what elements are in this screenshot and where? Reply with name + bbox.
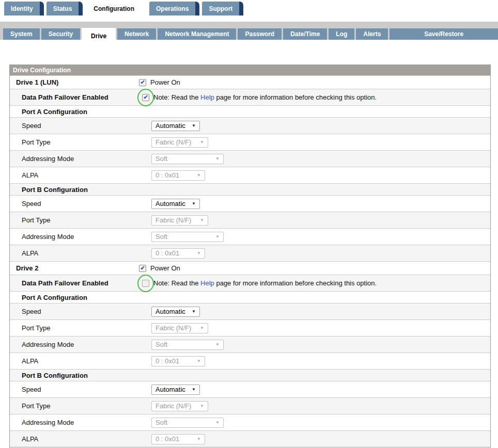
table-row: ALPA0 : 0x01▼ — [10, 167, 490, 183]
control-label: ALPA — [10, 171, 135, 179]
subtab-system[interactable]: System — [3, 28, 40, 40]
addressing-mode-select[interactable]: Soft▼ — [151, 232, 224, 242]
power-on-checkbox[interactable]: ✔ — [139, 79, 146, 86]
tab-operations[interactable]: Operations — [149, 2, 195, 15]
select-value: 0 : 0x01 — [155, 357, 179, 365]
select-value: Soft — [155, 419, 167, 426]
select-value: Soft — [155, 233, 167, 241]
subtab-alerts[interactable]: Alerts — [356, 28, 388, 40]
subtab-label: Alerts — [363, 30, 381, 38]
table-row: Addressing ModeSoft▼ — [10, 414, 490, 430]
select-value: Fabric (N/F) — [155, 138, 191, 146]
drive-name-label: Drive 1 (LUN) — [10, 78, 135, 86]
table-row: Port TypeFabric (N/F)▼ — [10, 397, 490, 414]
table-row: Addressing ModeSoft▼ — [10, 336, 490, 353]
subtab-network[interactable]: Network — [117, 28, 156, 40]
table-row: Addressing ModeSoft▼ — [10, 228, 490, 245]
table-row: SpeedAutomatic▼ — [10, 195, 490, 212]
help-link[interactable]: Help — [200, 93, 214, 101]
select-value: Fabric (N/F) — [155, 216, 191, 224]
subtab-security[interactable]: Security — [41, 28, 80, 40]
addressing-mode-select[interactable]: Soft▼ — [151, 340, 224, 350]
data-path-failover-checkbox[interactable] — [142, 280, 149, 287]
highlight-circle: ✔ — [142, 94, 149, 101]
table-row: Port TypeFabric (N/F)▼ — [10, 134, 490, 150]
subtab-password[interactable]: Password — [238, 28, 282, 40]
power-on-checkbox[interactable]: ✔ — [139, 265, 146, 272]
help-link[interactable]: Help — [200, 279, 214, 287]
addressing-mode-select[interactable]: Soft▼ — [151, 418, 224, 428]
control-label: ALPA — [10, 357, 135, 365]
control-label: Addressing Mode — [10, 341, 135, 348]
chevron-down-icon: ▼ — [200, 140, 204, 145]
row-content: 0 : 0x01▼ — [135, 170, 490, 181]
row-content: Note: Read the Help page for more inform… — [135, 279, 490, 287]
row-content: 0 : 0x01▼ — [135, 356, 490, 366]
chevron-down-icon: ▼ — [192, 202, 196, 206]
table-row: Addressing ModeSoft▼ — [10, 150, 490, 167]
data-path-failover-checkbox[interactable]: ✔ — [142, 94, 149, 101]
subtab-drive[interactable]: Drive — [82, 28, 116, 44]
port-type-select[interactable]: Fabric (N/F)▼ — [151, 323, 208, 333]
port-type-select[interactable]: Fabric (N/F)▼ — [151, 137, 208, 148]
subtab-label: Network Management — [165, 30, 229, 38]
select-value: Soft — [155, 155, 167, 163]
table-row: Port TypeFabric (N/F)▼ — [10, 212, 490, 228]
select-value: Automatic — [155, 200, 185, 207]
alpa-select[interactable]: 0 : 0x01▼ — [151, 356, 205, 366]
subtab-date-time[interactable]: Date/Time — [283, 28, 327, 40]
chevron-down-icon: ▼ — [200, 326, 204, 330]
tab-label: Identity — [11, 5, 33, 12]
subtab-label: Date/Time — [290, 30, 320, 38]
select-value: 0 : 0x01 — [155, 435, 179, 443]
table-body: Drive 1 (LUN)✔Power OnData Path Failover… — [10, 75, 490, 447]
note-suffix: page for more information before checkin… — [214, 279, 377, 287]
alpa-select[interactable]: 0 : 0x01▼ — [151, 170, 205, 181]
table-row: Drive 2✔Power On — [10, 261, 490, 275]
chevron-down-icon: ▼ — [200, 218, 204, 222]
tab-support[interactable]: Support — [202, 2, 239, 15]
table-title: Drive Configuration — [10, 65, 490, 75]
row-content: Soft▼ — [135, 232, 490, 242]
tab-label: Configuration — [94, 5, 134, 12]
subtab-label: Log — [336, 30, 347, 38]
control-label: Speed — [10, 308, 135, 315]
table-row: Port A Configuration — [10, 291, 490, 303]
power-on-label: Power On — [150, 264, 180, 272]
port-section-header: Port A Configuration — [10, 294, 135, 301]
tab-configuration[interactable]: Configuration — [85, 2, 143, 15]
speed-select[interactable]: Automatic▼ — [151, 121, 200, 131]
row-content: Automatic▼ — [135, 199, 490, 209]
tab-identity[interactable]: Identity — [4, 2, 40, 15]
row-content: Fabric (N/F)▼ — [135, 401, 490, 411]
note-suffix: page for more information before checkin… — [214, 93, 377, 101]
chevron-down-icon: ▼ — [197, 359, 201, 363]
row-content: ✔Power On — [135, 78, 490, 86]
chevron-down-icon: ▼ — [215, 421, 220, 425]
tab-status[interactable]: Status — [46, 2, 79, 15]
alpa-select[interactable]: 0 : 0x01▼ — [151, 248, 205, 259]
sub-tab-band: SystemSecurityDriveNetworkNetwork Manage… — [0, 22, 498, 40]
alpa-select[interactable]: 0 : 0x01▼ — [151, 434, 205, 444]
row-content: Automatic▼ — [135, 385, 490, 395]
port-type-select[interactable]: Fabric (N/F)▼ — [151, 215, 208, 226]
select-value: Fabric (N/F) — [155, 324, 191, 332]
control-label: Speed — [10, 200, 135, 207]
power-on-label: Power On — [150, 78, 180, 86]
subtab-network-management[interactable]: Network Management — [158, 28, 236, 40]
speed-select[interactable]: Automatic▼ — [151, 307, 200, 317]
failover-label: Data Path Failover Enabled — [10, 279, 135, 287]
subtab-save-restore[interactable]: Save/Restore — [390, 28, 498, 40]
note-prefix: Note: Read the — [153, 279, 200, 287]
table-row: Port TypeFabric (N/F)▼ — [10, 319, 490, 336]
row-content: Soft▼ — [135, 154, 490, 164]
select-value: 0 : 0x01 — [155, 171, 179, 179]
subtab-log[interactable]: Log — [329, 28, 354, 40]
subtab-label: Save/Restore — [424, 30, 463, 38]
chevron-down-icon: ▼ — [192, 388, 196, 392]
port-type-select[interactable]: Fabric (N/F)▼ — [151, 401, 208, 411]
addressing-mode-select[interactable]: Soft▼ — [151, 154, 224, 164]
speed-select[interactable]: Automatic▼ — [151, 199, 200, 209]
speed-select[interactable]: Automatic▼ — [151, 385, 200, 395]
select-value: Automatic — [155, 308, 185, 315]
